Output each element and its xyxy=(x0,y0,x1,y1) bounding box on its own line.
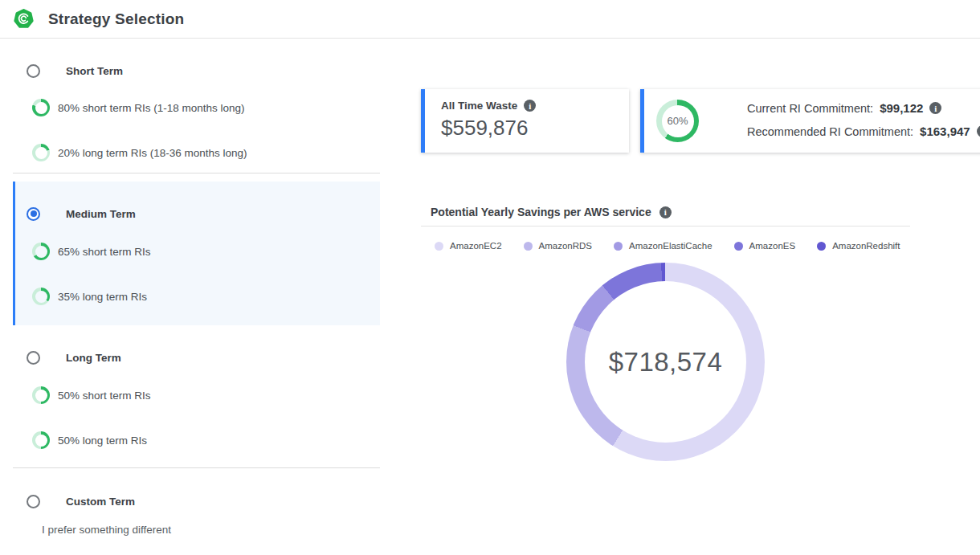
legend-swatch-icon xyxy=(524,242,533,251)
allocation-option: 35% long term RIs xyxy=(32,288,147,305)
allocation-donut-icon xyxy=(32,99,50,116)
radio-medium-term[interactable] xyxy=(27,207,40,221)
strategy-label: Short Term xyxy=(66,65,123,77)
radio-short-term[interactable] xyxy=(27,64,40,78)
section-divider xyxy=(13,173,380,173)
allocation-option: 20% long term RIs (18-36 months long) xyxy=(32,144,247,161)
info-icon[interactable]: i xyxy=(977,125,980,137)
page-header: Strategy Selection xyxy=(0,0,980,39)
allocation-donut-icon xyxy=(32,288,50,305)
current-ri-value: $99,122 xyxy=(880,101,923,115)
all-time-waste-card: All Time Waste i $559,876 xyxy=(421,89,629,153)
page-title: Strategy Selection xyxy=(48,10,184,28)
info-icon[interactable]: i xyxy=(524,100,536,112)
strategy-label: Long Term xyxy=(66,352,121,364)
savings-total-value: $718,574 xyxy=(566,263,765,461)
legend-label: AmazonRDS xyxy=(539,241,592,251)
commitment-gauge-label: 60% xyxy=(656,100,699,142)
legend-item-amazonelasticache[interactable]: AmazonElastiCache xyxy=(614,241,713,251)
waste-card-title: All Time Waste xyxy=(441,100,517,112)
brand-logo-icon xyxy=(13,8,35,30)
chart-divider xyxy=(421,226,910,226)
strategy-selection-page: Strategy Selection Short Term 80% short … xyxy=(0,0,980,555)
radio-long-term[interactable] xyxy=(27,351,40,365)
allocation-label: 20% long term RIs (18-36 months long) xyxy=(58,147,247,159)
legend-item-amazonredshift[interactable]: AmazonRedshift xyxy=(817,241,900,251)
allocation-donut-icon xyxy=(32,431,50,449)
legend-item-amazonrds[interactable]: AmazonRDS xyxy=(524,241,592,251)
allocation-option: 50% short term RIs xyxy=(32,386,151,404)
recommended-ri-label: Recommended RI Commitment: xyxy=(747,125,913,138)
strategy-short-term[interactable]: Short Term xyxy=(27,62,123,80)
current-ri-label: Current RI Commitment: xyxy=(747,102,873,115)
legend-label: AmazonElastiCache xyxy=(629,241,713,251)
radio-custom-term[interactable] xyxy=(27,495,40,508)
chart-legend: AmazonEC2 AmazonRDS AmazonElastiCache Am… xyxy=(435,241,884,251)
savings-donut[interactable]: $718,574 xyxy=(566,263,765,461)
legend-label: AmazonEC2 xyxy=(450,241,502,251)
allocation-option: 80% short term RIs (1-18 months long) xyxy=(32,99,245,116)
allocation-label: 50% short term RIs xyxy=(58,390,151,402)
allocation-label: 80% short term RIs (1-18 months long) xyxy=(58,102,245,114)
legend-item-amazones[interactable]: AmazonES xyxy=(734,241,796,251)
savings-chart-header: Potential Yearly Savings per AWS service… xyxy=(431,206,672,218)
allocation-option: 50% long term RIs xyxy=(32,431,147,449)
legend-label: AmazonES xyxy=(749,241,796,251)
strategy-custom-term[interactable]: Custom Term xyxy=(27,492,135,510)
legend-label: AmazonRedshift xyxy=(832,241,900,251)
strategy-label: Custom Term xyxy=(66,496,135,508)
allocation-label: 50% long term RIs xyxy=(58,435,147,447)
recommended-ri-commitment-row: Recommended RI Commitment: $163,947 i xyxy=(747,124,980,138)
allocation-donut-icon xyxy=(32,243,50,260)
legend-swatch-icon xyxy=(817,242,826,251)
waste-card-value: $559,876 xyxy=(441,116,629,141)
commitment-gauge: 60% xyxy=(656,100,699,142)
info-icon[interactable]: i xyxy=(659,206,672,218)
legend-swatch-icon xyxy=(614,242,623,251)
custom-term-description: I prefer something different xyxy=(42,524,171,536)
section-divider xyxy=(13,467,380,468)
legend-swatch-icon xyxy=(435,242,443,251)
strategy-long-term[interactable]: Long Term xyxy=(27,349,121,366)
legend-item-amazonec2[interactable]: AmazonEC2 xyxy=(435,241,502,251)
strategy-medium-term[interactable]: Medium Term xyxy=(27,205,136,222)
savings-chart-title: Potential Yearly Savings per AWS service xyxy=(431,206,651,218)
current-ri-commitment-row: Current RI Commitment: $99,122 i xyxy=(747,101,980,115)
allocation-label: 65% short term RIs xyxy=(58,246,151,258)
allocation-label: 35% long term RIs xyxy=(58,291,147,303)
allocation-donut-icon xyxy=(32,386,50,404)
allocation-donut-icon xyxy=(32,144,50,161)
allocation-option: 65% short term RIs xyxy=(32,243,151,260)
ri-commitment-card: 60% Current RI Commitment: $99,122 i Rec… xyxy=(640,89,980,153)
strategy-label: Medium Term xyxy=(66,208,136,220)
legend-swatch-icon xyxy=(734,242,743,251)
recommended-ri-value: $163,947 xyxy=(920,124,970,138)
info-icon[interactable]: i xyxy=(929,102,941,114)
